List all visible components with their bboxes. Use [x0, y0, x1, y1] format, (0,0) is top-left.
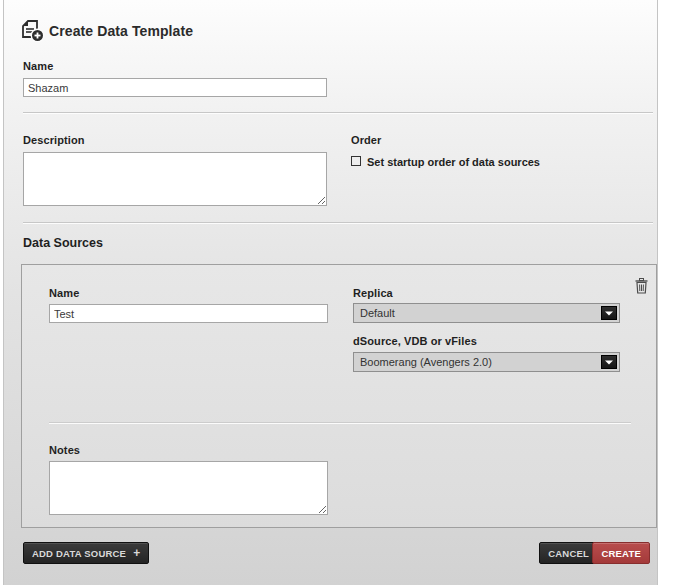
- divider: [23, 112, 653, 114]
- data-sources-heading: Data Sources: [23, 236, 103, 250]
- chevron-down-icon: [605, 361, 613, 365]
- replica-select-value: Default: [360, 307, 395, 319]
- dsource-select[interactable]: Boomerang (Avengers 2.0): [353, 352, 620, 372]
- replica-select[interactable]: Default: [353, 303, 620, 323]
- source-name-label: Name: [49, 287, 79, 299]
- trash-icon: [635, 278, 648, 294]
- create-data-template-dialog: Create Data Template Name Description Or…: [3, 0, 658, 585]
- description-textarea[interactable]: [23, 152, 327, 206]
- chevron-down-icon: [605, 312, 613, 316]
- add-data-source-button-label: ADD DATA SOURCE: [32, 548, 126, 559]
- name-label: Name: [23, 60, 53, 72]
- document-add-icon: [21, 20, 45, 42]
- startup-order-checkbox-label: Set startup order of data sources: [367, 156, 540, 168]
- dsource-select-value: Boomerang (Avengers 2.0): [360, 356, 492, 368]
- page-title: Create Data Template: [49, 23, 193, 39]
- create-data-template-dialog-page: { "dialog": { "title": "Create Data Temp…: [0, 0, 675, 585]
- order-label: Order: [351, 134, 381, 146]
- source-name-input[interactable]: [49, 304, 328, 323]
- data-source-card: Name Replica Default dSource, VDB or vFi…: [21, 264, 657, 528]
- startup-order-checkbox[interactable]: [351, 156, 361, 166]
- dsource-select-arrow-button[interactable]: [601, 355, 617, 369]
- name-input[interactable]: [23, 78, 327, 97]
- cancel-button[interactable]: CANCEL: [539, 542, 598, 564]
- notes-textarea[interactable]: [49, 461, 328, 515]
- divider: [23, 222, 653, 224]
- create-button-label: CREATE: [601, 548, 641, 559]
- replica-label: Replica: [353, 287, 393, 299]
- create-button[interactable]: CREATE: [592, 542, 650, 564]
- delete-data-source-button[interactable]: [635, 278, 648, 294]
- dsource-label: dSource, VDB or vFiles: [353, 335, 477, 347]
- replica-select-arrow-button[interactable]: [601, 306, 617, 320]
- plus-icon: +: [133, 547, 140, 559]
- notes-label: Notes: [49, 444, 80, 456]
- divider: [49, 422, 631, 424]
- cancel-button-label: CANCEL: [548, 548, 589, 559]
- add-data-source-button[interactable]: ADD DATA SOURCE +: [23, 542, 149, 564]
- description-label: Description: [23, 134, 85, 146]
